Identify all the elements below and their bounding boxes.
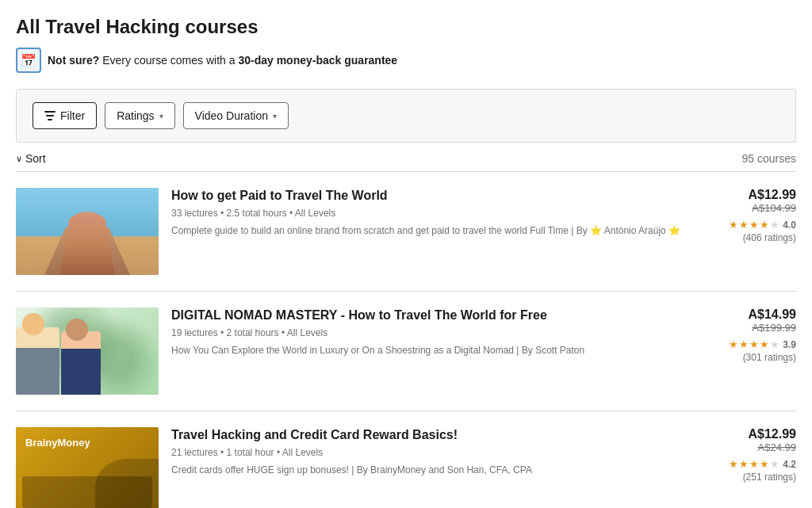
stars-2: ★ ★ ★ ★ ★ [729, 338, 779, 350]
guarantee-bar: 📅 Not sure? Every course comes with a 30… [16, 48, 796, 73]
star-3-3: ★ [749, 458, 759, 470]
course-title-1: How to get Paid to Travel The World [171, 188, 696, 204]
course-thumbnail-3: BrainyMoney [16, 427, 159, 508]
star-2-5: ★ [770, 338, 779, 350]
ratings-dropdown[interactable]: Ratings ▾ [105, 102, 174, 129]
ratings-chevron-icon: ▾ [159, 112, 163, 120]
sort-chevron-icon: ∨ [16, 154, 22, 164]
table-row[interactable]: BrainyMoney Travel Hacking and Credit Ca… [16, 411, 796, 508]
course-pricing-1: A$12.99 A$104.99 ★ ★ ★ ★ ★ 4.0 (406 rati… [709, 188, 796, 243]
filter-button[interactable]: Filter [33, 102, 97, 129]
video-duration-dropdown[interactable]: Video Duration ▾ [183, 102, 289, 129]
sort-label: Sort [25, 152, 46, 165]
star-1-4: ★ [760, 219, 769, 231]
star-3-4: ★ [760, 458, 769, 470]
not-sure-label: Not sure? [48, 54, 99, 67]
rating-block-3: ★ ★ ★ ★ ★ 4.2 (251 ratings) [709, 458, 796, 483]
course-thumbnail-1 [16, 188, 159, 275]
page-title: All Travel Hacking courses [16, 16, 796, 38]
calendar-icon: 📅 [16, 48, 41, 73]
course-meta-2: 19 lectures 2 total hours All Levels [171, 327, 696, 338]
guarantee-normal-text: Every course comes with a [102, 54, 238, 67]
filter-icon [44, 111, 56, 120]
filters-bar: Filter Ratings ▾ Video Duration ▾ [16, 89, 796, 143]
guarantee-bold-text: 30-day money-back guarantee [238, 54, 397, 67]
star-3-5: ★ [770, 458, 779, 470]
star-2-4: ★ [760, 338, 769, 350]
rating-row-3: ★ ★ ★ ★ ★ 4.2 [709, 458, 796, 470]
price-original-2: A$199.99 [709, 322, 796, 334]
price-current-2: A$14.99 [709, 307, 796, 322]
hours-3: 1 total hour [227, 447, 282, 458]
people-image [16, 327, 101, 395]
rating-block-2: ★ ★ ★ ★ ★ 3.9 (301 ratings) [709, 338, 796, 363]
course-meta-1: 33 lectures 2.5 total hours All Levels [171, 208, 696, 219]
table-row[interactable]: DIGITAL NOMAD MASTERY - How to Travel Th… [16, 292, 796, 411]
rating-value-3: 4.2 [783, 459, 796, 470]
star-1-3: ★ [749, 219, 759, 231]
video-duration-label: Video Duration [195, 109, 268, 122]
brainy-label: BrainyMoney [25, 437, 90, 449]
price-current-1: A$12.99 [709, 188, 796, 202]
course-meta-3: 21 lectures 1 total hour All Levels [171, 447, 696, 458]
star-2-1: ★ [729, 338, 738, 350]
course-title-2: DIGITAL NOMAD MASTERY - How to Travel Th… [171, 307, 696, 324]
course-description-1: Complete guide to build an online brand … [171, 223, 696, 238]
person1-image [16, 327, 59, 395]
guarantee-text: Not sure? Every course comes with a 30-d… [48, 54, 397, 67]
course-info-3: Travel Hacking and Credit Card Reward Ba… [171, 427, 696, 477]
course-image-3: BrainyMoney [16, 427, 159, 508]
person2-image [61, 331, 101, 395]
course-description-3: Credit cards offer HUGE sign up bonuses!… [171, 463, 696, 477]
course-pricing-3: A$12.99 A$24.99 ★ ★ ★ ★ ★ 4.2 (251 ratin… [709, 427, 796, 483]
star-2-2: ★ [739, 338, 749, 350]
course-description-2: How You Can Explore the World in Luxury … [171, 343, 696, 357]
lectures-3: 21 lectures [171, 447, 227, 458]
price-original-3: A$24.99 [709, 441, 796, 453]
rating-row-1: ★ ★ ★ ★ ★ 4.0 [709, 219, 796, 231]
star-3-2: ★ [739, 458, 749, 470]
level-2: All Levels [287, 327, 327, 338]
lectures-1: 33 lectures [171, 208, 227, 219]
rating-block-1: ★ ★ ★ ★ ★ 4.0 (406 ratings) [709, 219, 796, 243]
course-info-2: DIGITAL NOMAD MASTERY - How to Travel Th… [171, 307, 696, 357]
filter-label: Filter [60, 109, 85, 122]
course-list: How to get Paid to Travel The World 33 l… [16, 172, 796, 508]
star-1-5: ★ [770, 219, 779, 231]
course-image-1 [16, 188, 159, 275]
star-2-3: ★ [749, 338, 759, 350]
level-1: All Levels [295, 208, 335, 219]
level-3: All Levels [282, 447, 323, 458]
course-thumbnail-2 [16, 307, 159, 395]
course-title-3: Travel Hacking and Credit Card Reward Ba… [171, 427, 696, 444]
stars-3: ★ ★ ★ ★ ★ [729, 458, 779, 470]
video-duration-chevron-icon: ▾ [273, 112, 277, 120]
sort-results-bar: ∨ Sort 95 courses [16, 143, 796, 172]
price-original-1: A$104.99 [709, 202, 796, 214]
stars-1: ★ ★ ★ ★ ★ [729, 219, 779, 231]
rating-value-2: 3.9 [783, 339, 796, 350]
star-3-1: ★ [729, 458, 738, 470]
price-current-3: A$12.99 [709, 427, 796, 441]
rating-value-1: 4.0 [783, 220, 796, 231]
rating-count-1: (406 ratings) [743, 232, 796, 243]
rating-row-2: ★ ★ ★ ★ ★ 3.9 [709, 338, 796, 350]
courses-count: 95 courses [742, 152, 796, 165]
rating-count-2: (301 ratings) [743, 352, 796, 363]
rating-count-3: (251 ratings) [743, 472, 796, 483]
course-info-1: How to get Paid to Travel The World 33 l… [171, 188, 696, 238]
star-1-1: ★ [729, 219, 738, 231]
course-pricing-2: A$14.99 A$199.99 ★ ★ ★ ★ ★ 3.9 (301 rati… [709, 307, 796, 363]
hours-1: 2.5 total hours [227, 208, 295, 219]
table-row[interactable]: How to get Paid to Travel The World 33 l… [16, 172, 796, 292]
ratings-label: Ratings [117, 109, 154, 122]
lectures-2: 19 lectures [171, 327, 227, 338]
page-wrapper: All Travel Hacking courses 📅 Not sure? E… [0, 0, 812, 508]
hours-2: 2 total hours [227, 327, 287, 338]
course-image-2 [16, 307, 159, 395]
sort-button[interactable]: ∨ Sort [16, 152, 46, 165]
star-1-2: ★ [739, 219, 749, 231]
